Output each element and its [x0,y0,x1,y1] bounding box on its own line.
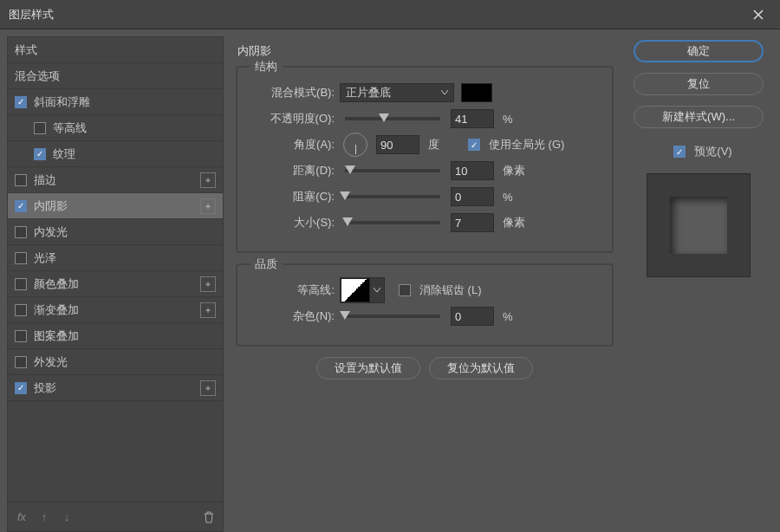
blend-mode-row: 混合模式(B): 正片叠底 [251,80,598,106]
noise-slider[interactable] [345,315,440,318]
quality-fieldset: 品质 等高线: 消除锯齿 (L) 杂色(N): 0 % [236,263,614,347]
color-overlay-add-icon[interactable]: ＋ [200,276,216,292]
fx-icon[interactable]: fx [15,510,29,523]
opacity-row: 不透明度(O): 41 % [251,106,598,132]
color-overlay-row[interactable]: 颜色叠加＋ [8,271,223,297]
preview-check[interactable]: ✓ [673,146,686,158]
angle-row: 角度(A): 90 度 ✓ 使用全局光 (G) [251,132,598,158]
blend-mode-select[interactable]: 正片叠底 [340,83,454,102]
opacity-unit: % [503,113,529,126]
preview-box [647,173,751,277]
contour-control-label: 等高线: [251,282,335,298]
distance-slider[interactable] [345,169,440,172]
angle-label: 角度(A): [251,137,335,152]
gradient-overlay-check[interactable] [15,304,27,316]
outer-glow-row[interactable]: 外发光 [8,349,223,375]
global-light-label: 使用全局光 (G) [489,137,564,152]
move-up-icon[interactable]: ↑ [37,510,51,523]
stroke-add-icon[interactable]: ＋ [200,172,216,188]
choke-row: 阻塞(C): 0 % [251,184,598,210]
shadow-color-swatch[interactable] [461,83,492,102]
preview-toggle-row: ✓ 预览(V) [665,144,731,159]
contour-control-row: 等高线: 消除锯齿 (L) [251,277,598,303]
texture-check[interactable]: ✓ [34,148,46,160]
new-style-button[interactable]: 新建样式(W)... [634,106,764,128]
bevel-row[interactable]: ✓斜面和浮雕 [8,89,223,115]
chevron-down-icon [374,288,380,293]
contour-check[interactable] [34,122,46,134]
noise-field[interactable]: 0 [451,307,494,326]
blending-options-row[interactable]: 混合选项 [8,63,223,89]
satin-row[interactable]: 光泽 [8,245,223,271]
noise-label: 杂色(N): [251,308,335,324]
preview-label: 预览(V) [694,144,731,159]
style-list: 样式 混合选项 ✓斜面和浮雕 等高线 ✓纹理 描边＋ ✓内阴影＋ 内发光 光泽 … [7,36,224,532]
action-panel: 确定 复位 新建样式(W)... ✓ 预览(V) [626,36,773,532]
dialog-body: 样式 混合选项 ✓斜面和浮雕 等高线 ✓纹理 描边＋ ✓内阴影＋ 内发光 光泽 … [0,29,780,532]
choke-slider[interactable] [345,195,440,198]
move-down-icon[interactable]: ↓ [60,510,74,523]
inner-glow-row[interactable]: 内发光 [8,219,223,245]
outer-glow-check[interactable] [15,356,27,368]
size-label: 大小(S): [251,215,335,230]
angle-unit: 度 [428,137,454,152]
size-slider[interactable] [345,221,440,224]
pattern-overlay-check[interactable] [15,330,27,342]
pattern-overlay-row[interactable]: 图案叠加 [8,323,223,349]
inner-shadow-row[interactable]: ✓内阴影＋ [8,193,223,219]
drop-shadow-check[interactable]: ✓ [15,382,27,394]
inner-glow-check[interactable] [15,226,27,238]
choke-label: 阻塞(C): [251,189,335,204]
contour-row[interactable]: 等高线 [8,115,223,141]
size-row: 大小(S): 7 像素 [251,210,598,236]
satin-check[interactable] [15,252,27,264]
inner-shadow-check[interactable]: ✓ [15,200,27,212]
make-default-button[interactable]: 设置为默认值 [316,357,420,380]
contour-picker[interactable] [340,277,385,303]
stroke-row[interactable]: 描边＋ [8,167,223,193]
distance-field[interactable]: 10 [451,161,494,180]
angle-dial[interactable] [343,133,367,157]
choke-unit: % [503,191,529,204]
global-light-check[interactable]: ✓ [468,139,480,151]
size-unit: 像素 [503,215,529,230]
opacity-field[interactable]: 41 [451,109,494,128]
chevron-down-icon [441,90,448,95]
close-button[interactable] [745,2,771,28]
angle-field[interactable]: 90 [376,135,419,154]
gradient-overlay-add-icon[interactable]: ＋ [200,302,216,318]
size-field[interactable]: 7 [451,213,494,232]
ok-button[interactable]: 确定 [634,40,764,62]
bevel-check[interactable]: ✓ [15,96,27,108]
contour-dropdown[interactable] [370,278,384,302]
stroke-check[interactable] [15,174,27,186]
choke-field[interactable]: 0 [451,187,494,206]
panel-title: 内阴影 [237,43,614,59]
reset-default-button[interactable]: 复位为默认值 [429,357,533,380]
distance-unit: 像素 [503,163,529,178]
gradient-overlay-row[interactable]: 渐变叠加＋ [8,297,223,323]
color-overlay-check[interactable] [15,278,27,290]
title-bar: 图层样式 [0,0,780,29]
blend-mode-value: 正片叠底 [346,85,391,101]
settings-panel: 内阴影 结构 混合模式(B): 正片叠底 不透明度(O): 41 % 角度(A)… [231,36,619,532]
default-buttons: 设置为默认值 复位为默认值 [236,357,614,380]
close-icon [753,10,764,20]
noise-row: 杂色(N): 0 % [251,303,598,329]
drop-shadow-row[interactable]: ✓投影＋ [8,375,223,401]
distance-label: 距离(D): [251,163,335,178]
antialias-check[interactable] [399,284,411,296]
inner-shadow-add-icon[interactable]: ＋ [200,198,216,214]
noise-unit: % [503,310,529,323]
distance-row: 距离(D): 10 像素 [251,158,598,184]
texture-row[interactable]: ✓纹理 [8,141,223,167]
cancel-button[interactable]: 复位 [634,73,764,95]
blend-mode-label: 混合模式(B): [251,85,335,101]
trash-icon[interactable] [202,511,216,523]
contour-swatch [341,278,370,302]
preview-swatch [670,197,727,254]
style-list-footer: fx ↑ ↓ [8,502,223,531]
style-list-header[interactable]: 样式 [8,37,223,63]
opacity-slider[interactable] [345,117,440,120]
drop-shadow-add-icon[interactable]: ＋ [200,380,216,396]
